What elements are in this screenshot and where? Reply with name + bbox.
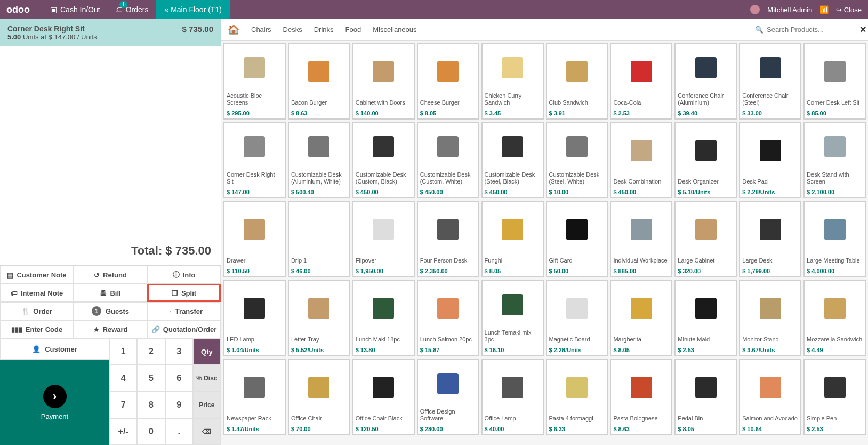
product-card[interactable]: Customizable Desk (Custom, Black) $ 450.… xyxy=(352,122,415,198)
quotation-button[interactable]: 🔗Quotation/Order xyxy=(147,320,221,338)
username[interactable]: Mitchell Admin xyxy=(767,6,812,14)
product-card[interactable]: Desk Combination $ 450.00 xyxy=(610,122,672,198)
product-card[interactable]: Large Meeting Table $ 4,000.00 xyxy=(803,201,866,277)
key-8[interactable]: 8 xyxy=(137,392,165,418)
key-9[interactable]: 9 xyxy=(165,392,193,418)
category-desks[interactable]: Desks xyxy=(283,26,302,34)
product-card[interactable]: Office Lamp $ 40.00 xyxy=(481,359,544,435)
product-card[interactable]: Bacon Burger $ 8.63 xyxy=(288,43,350,120)
customer-note-button[interactable]: ▤Customer Note xyxy=(0,266,74,284)
svg-rect-36 xyxy=(631,298,652,319)
product-card[interactable]: LED Lamp $ 1.04/Units xyxy=(223,280,286,356)
product-card[interactable]: Corner Desk Right Sit $ 147.00 xyxy=(223,122,286,198)
product-card[interactable]: Customizable Desk (Steel, Black) $ 450.0… xyxy=(481,122,544,198)
order-button[interactable]: 🍴Order xyxy=(0,302,74,320)
product-card[interactable]: Customizable Desk (Steel, White) $ 10.00 xyxy=(546,122,608,198)
product-card[interactable]: Large Cabinet $ 320.00 xyxy=(674,201,737,277)
product-card[interactable]: Coca-Cola $ 2.53 xyxy=(610,43,672,120)
product-name: Large Cabinet xyxy=(678,257,734,265)
key-qty[interactable]: Qty xyxy=(193,338,221,365)
key-4[interactable]: 4 xyxy=(109,365,137,392)
product-card[interactable]: Minute Maid $ 2.53 xyxy=(674,280,737,356)
svg-rect-40 xyxy=(244,377,265,398)
product-card[interactable]: Chicken Curry Sandwich $ 3.45 xyxy=(481,43,544,120)
product-card[interactable]: Cabinet with Doors $ 140.00 xyxy=(352,43,415,120)
home-icon[interactable]: 🏠 xyxy=(228,24,239,36)
category-miscellaneous[interactable]: Miscellaneous xyxy=(373,26,416,34)
key-6[interactable]: 6 xyxy=(165,365,193,392)
reward-button[interactable]: ★Reward xyxy=(74,320,147,338)
product-card[interactable]: Pedal Bin $ 8.05 xyxy=(674,359,737,435)
product-card[interactable]: Customizable Desk (Aluminium, White) $ 5… xyxy=(288,122,350,198)
svg-rect-16 xyxy=(631,140,652,161)
product-thumb xyxy=(742,204,798,255)
key-price[interactable]: Price xyxy=(193,392,221,418)
product-card[interactable]: Desk Stand with Screen $ 2,100.00 xyxy=(803,122,866,198)
product-card[interactable]: Salmon and Avocado $ 10.64 xyxy=(739,359,801,435)
key-1[interactable]: 1 xyxy=(109,338,137,365)
product-card[interactable]: Drawer $ 110.50 xyxy=(223,201,286,277)
category-chairs[interactable]: Chairs xyxy=(251,26,271,34)
product-card[interactable]: Gift Card $ 50.00 xyxy=(546,201,608,277)
close-button[interactable]: ↪ Close xyxy=(836,6,862,14)
key-backspace[interactable]: ⌫ xyxy=(193,418,221,445)
key-plusminus[interactable]: +/- xyxy=(109,418,137,445)
product-card[interactable]: Cheese Burger $ 8.05 xyxy=(417,43,479,120)
product-card[interactable]: Office Chair Black $ 120.50 xyxy=(352,359,415,435)
product-card[interactable]: Simple Pen $ 2.53 xyxy=(803,359,866,435)
key-disc[interactable]: % Disc xyxy=(193,365,221,392)
order-line[interactable]: Corner Desk Right Sit 5.00 Units at $ 14… xyxy=(0,19,221,46)
split-button[interactable]: ❐Split xyxy=(147,284,221,302)
product-card[interactable]: Funghi $ 8.05 xyxy=(481,201,544,277)
product-card[interactable]: Large Desk $ 1,799.00 xyxy=(739,201,801,277)
search-input[interactable] xyxy=(767,26,856,34)
key-5[interactable]: 5 xyxy=(137,365,165,392)
orders-button[interactable]: 🏷 1 Orders xyxy=(108,0,156,19)
bill-button[interactable]: 🖶Bill xyxy=(74,284,147,302)
internal-note-button[interactable]: 🏷Internal Note xyxy=(0,284,74,302)
product-card[interactable]: Desk Pad $ 2.28/Units xyxy=(739,122,801,198)
product-card[interactable]: Lunch Temaki mix 3pc $ 16.10 xyxy=(481,280,544,356)
customer-button[interactable]: 👤Customer xyxy=(0,338,109,360)
key-2[interactable]: 2 xyxy=(137,338,165,365)
key-3[interactable]: 3 xyxy=(165,338,193,365)
product-card[interactable]: Lunch Salmon 20pc $ 15.87 xyxy=(417,280,479,356)
payment-button[interactable]: › Payment xyxy=(0,360,109,445)
key-dot[interactable]: . xyxy=(165,418,193,445)
enter-code-button[interactable]: ▮▮▮Enter Code xyxy=(0,320,74,338)
clear-search-button[interactable]: ✕ xyxy=(859,25,866,35)
product-card[interactable]: Office Chair $ 70.00 xyxy=(288,359,350,435)
product-card[interactable]: Drip 1 $ 46.00 xyxy=(288,201,350,277)
category-drinks[interactable]: Drinks xyxy=(314,26,334,34)
info-button[interactable]: ⓘInfo xyxy=(147,266,221,284)
product-card[interactable]: Office Design Software $ 280.00 xyxy=(417,359,479,435)
product-card[interactable]: Flipover $ 1,950.00 xyxy=(352,201,415,277)
product-card[interactable]: Mozzarella Sandwich $ 4.49 xyxy=(803,280,866,356)
product-card[interactable]: Pasta Bolognese $ 8.63 xyxy=(610,359,672,435)
product-card[interactable]: Monitor Stand $ 3.67/Units xyxy=(739,280,801,356)
product-card[interactable]: Lunch Maki 18pc $ 13.80 xyxy=(352,280,415,356)
product-card[interactable]: Individual Workplace $ 885.00 xyxy=(610,201,672,277)
product-card[interactable]: Conference Chair (Steel) $ 33.00 xyxy=(739,43,801,120)
product-card[interactable]: Magnetic Board $ 2.28/Units xyxy=(546,280,608,356)
product-card[interactable]: Desk Organizer $ 5.10/Units xyxy=(674,122,737,198)
product-card[interactable]: Margherita $ 8.05 xyxy=(610,280,672,356)
product-card[interactable]: Four Person Desk $ 2,350.00 xyxy=(417,201,479,277)
product-card[interactable]: Conference Chair (Aluminium) $ 39.40 xyxy=(674,43,737,120)
category-food[interactable]: Food xyxy=(345,26,361,34)
product-card[interactable]: Pasta 4 formaggi $ 6.33 xyxy=(546,359,608,435)
key-0[interactable]: 0 xyxy=(137,418,165,445)
product-card[interactable]: Customizable Desk (Custom, White) $ 450.… xyxy=(417,122,479,198)
key-7[interactable]: 7 xyxy=(109,392,137,418)
product-card[interactable]: Corner Desk Left Sit $ 85.00 xyxy=(803,43,866,120)
transfer-button[interactable]: →Transfer xyxy=(147,302,221,320)
cash-button[interactable]: ▣ Cash In/Out xyxy=(43,0,108,19)
avatar[interactable] xyxy=(750,5,760,14)
refund-button[interactable]: ↺Refund xyxy=(74,266,147,284)
product-card[interactable]: Letter Tray $ 5.52/Units xyxy=(288,280,350,356)
product-card[interactable]: Newspaper Rack $ 1.47/Units xyxy=(223,359,286,435)
product-card[interactable]: Acoustic Bloc Screens $ 295.00 xyxy=(223,43,286,120)
main-floor-tab[interactable]: « Main Floor (T1) xyxy=(156,0,230,19)
guests-button[interactable]: 1Guests xyxy=(74,302,147,320)
product-card[interactable]: Club Sandwich $ 3.91 xyxy=(546,43,608,120)
